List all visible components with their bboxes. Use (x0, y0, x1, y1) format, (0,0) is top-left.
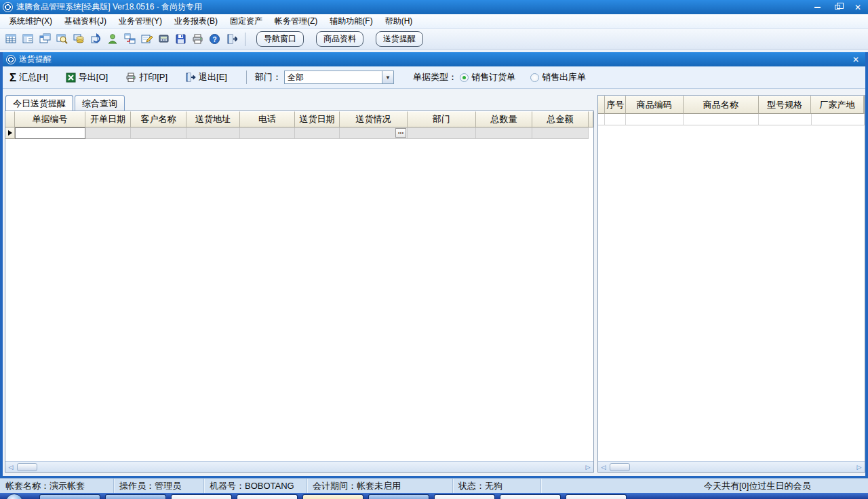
tab-bar: 今日送货提醒 综合查询 (5, 95, 126, 111)
export-button[interactable]: 导出[O] (66, 71, 108, 83)
left-grid-hscrollbar[interactable]: ◁ ▷ (5, 461, 593, 472)
menu-business[interactable]: 业务管理(Y) (113, 14, 168, 28)
exit-button[interactable]: 退出[E] (185, 71, 227, 83)
refresh-icon[interactable] (88, 31, 104, 47)
scroll-thumb[interactable] (610, 463, 630, 471)
header-open-date[interactable]: 开单日期 (85, 111, 131, 127)
taskbar-button[interactable] (171, 494, 232, 499)
close-button[interactable]: ✕ (848, 0, 868, 14)
minimize-button[interactable] (807, 0, 827, 14)
header-filler (589, 111, 593, 127)
menu-reports[interactable]: 业务报表(B) (168, 14, 224, 28)
toolbar: ? 导航窗口 商品资料 送货提醒 (0, 29, 868, 49)
header-total-amount[interactable]: 总金额 (532, 111, 589, 127)
row-pointer-icon (8, 130, 12, 136)
calculator-icon[interactable] (156, 31, 172, 47)
ellipsis-button[interactable]: ... (395, 128, 406, 138)
chevron-down-icon[interactable]: ▼ (382, 71, 393, 83)
taskbar-button[interactable] (302, 494, 363, 499)
row-selector[interactable] (5, 127, 15, 139)
window-icon[interactable] (37, 31, 53, 47)
menu-fixed-assets[interactable]: 固定资产 (224, 14, 269, 28)
header-doc-number[interactable]: 单据编号 (15, 111, 85, 127)
department-value: 全部 (285, 72, 382, 83)
header-delivery-status[interactable]: 送货情况 (340, 111, 408, 127)
scroll-left-icon[interactable]: ◁ (5, 462, 16, 472)
print-button[interactable]: 打印[P] (125, 71, 167, 83)
summary-button[interactable]: Σ 汇总[H] (9, 71, 48, 83)
subwindow-close-button[interactable]: ✕ (846, 55, 865, 64)
table-row[interactable]: ... (5, 127, 593, 139)
radio-sales-order[interactable]: 销售订货单 (460, 71, 515, 83)
exit-icon[interactable] (224, 31, 239, 47)
menu-help[interactable]: 帮助(H) (379, 14, 419, 28)
right-grid-hscrollbar[interactable]: ◁ ▷ (598, 461, 865, 472)
product-grid: 序号 商品编码 商品名称 型号规格 厂家产地 ◁ ▷ (597, 95, 865, 473)
taskbar-button[interactable] (566, 494, 627, 499)
status-birthday-members: 今天共有[0]位过生日的会员 (541, 479, 868, 493)
department-combobox[interactable]: 全部 ▼ (284, 71, 394, 84)
tab-comprehensive-query[interactable]: 综合查询 (75, 95, 125, 111)
taskbar-button[interactable] (39, 494, 100, 499)
tab-today-delivery[interactable]: 今日送货提醒 (5, 95, 73, 111)
taskbar-button[interactable] (237, 494, 298, 499)
scroll-right-icon[interactable]: ▷ (854, 462, 865, 472)
subtoolbar-separator (246, 71, 247, 84)
table-icon[interactable] (3, 31, 19, 47)
radio-sales-outbound[interactable]: 销售出库单 (530, 71, 586, 83)
department-label: 部门： (255, 71, 281, 83)
user-icon[interactable] (105, 31, 121, 47)
subwindow-titlebar: 送货提醒 ✕ (3, 52, 865, 66)
header-delivery-date[interactable]: 送货日期 (295, 111, 340, 127)
scroll-right-icon[interactable]: ▷ (583, 462, 593, 472)
subwindow-logo-icon (6, 55, 16, 64)
sigma-icon: Σ (9, 72, 16, 83)
delivery-grid: 单据编号 开单日期 客户名称 送货地址 电话 送货日期 送货情况 部门 总数量 … (5, 111, 594, 473)
start-button[interactable] (5, 494, 23, 499)
delivery-reminder-button[interactable]: 送货提醒 (376, 31, 423, 47)
menu-system[interactable]: 系统维护(X) (3, 14, 58, 28)
taskbar-button[interactable] (434, 494, 495, 499)
restore-button[interactable] (827, 0, 848, 14)
taskbar-button[interactable] (500, 494, 561, 499)
header-customer-name[interactable]: 客户名称 (131, 111, 186, 127)
taskbar (0, 493, 868, 499)
nav-window-button[interactable]: 导航窗口 (256, 31, 304, 47)
header-filler (864, 96, 865, 114)
header-delivery-address[interactable]: 送货地址 (186, 111, 240, 127)
table-row[interactable] (598, 114, 865, 125)
header-model-spec[interactable]: 型号规格 (759, 96, 811, 114)
header-total-qty[interactable]: 总数量 (476, 111, 532, 127)
save-icon[interactable] (173, 31, 189, 47)
radio-unselected-icon (530, 73, 539, 82)
product-data-button[interactable]: 商品资料 (316, 31, 363, 47)
taskbar-button[interactable] (368, 494, 429, 499)
coins-icon[interactable] (71, 31, 87, 47)
windows-icon[interactable] (122, 31, 138, 47)
header-product-code[interactable]: 商品编码 (626, 96, 684, 114)
header-manufacturer[interactable]: 厂家产地 (811, 96, 864, 114)
radio-selected-icon (460, 73, 469, 82)
header-product-name[interactable]: 商品名称 (684, 96, 759, 114)
status-bar: 帐套名称：演示帐套 操作员：管理员 机器号：BOBOTANG 会计期间：帐套未启… (0, 478, 868, 493)
toolbar-separator (245, 33, 245, 46)
cell-delivery-status: ... (340, 127, 408, 139)
header-phone[interactable]: 电话 (240, 111, 295, 127)
cell-doc-number[interactable] (15, 127, 85, 139)
print-icon[interactable] (190, 31, 205, 47)
header-seq[interactable]: 序号 (605, 96, 626, 114)
menu-accounting[interactable]: 帐务管理(Z) (269, 14, 323, 28)
form-icon[interactable] (20, 31, 36, 47)
subwindow-toolbar: Σ 汇总[H] 导出[O] 打印[P] 退出[E] 部门： 全部 ▼ 单据类型： (3, 66, 865, 89)
scroll-left-icon[interactable]: ◁ (598, 462, 609, 472)
titlebar: 速腾食品管理系统[经典版] Ver18.0516 - 食尚坊专用 ✕ (0, 0, 868, 14)
menu-aux[interactable]: 辅助功能(F) (323, 14, 378, 28)
menu-base-data[interactable]: 基础资料(J) (58, 14, 113, 28)
help-icon[interactable]: ? (207, 31, 222, 47)
edit-icon[interactable] (139, 31, 155, 47)
header-department[interactable]: 部门 (408, 111, 476, 127)
scroll-thumb[interactable] (17, 463, 37, 471)
search-icon[interactable] (54, 31, 70, 47)
window-title: 速腾食品管理系统[经典版] Ver18.0516 - 食尚坊专用 (16, 1, 202, 13)
taskbar-button[interactable] (105, 494, 166, 499)
